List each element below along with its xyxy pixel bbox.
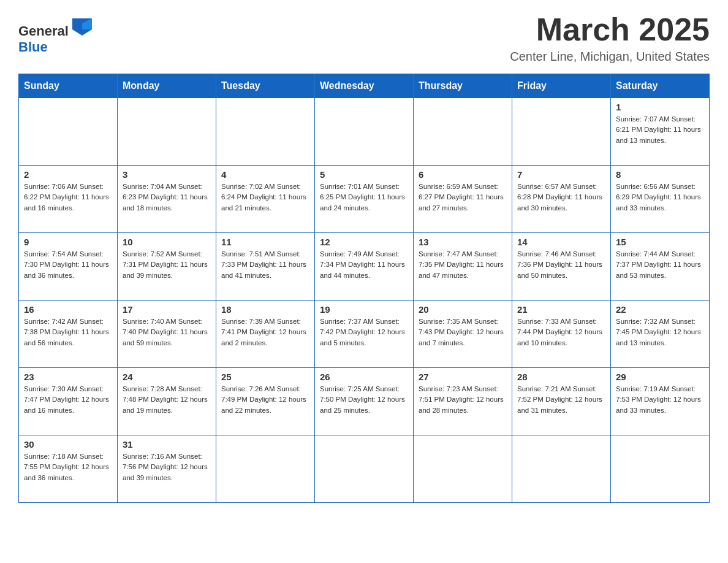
day-number: 4 bbox=[221, 169, 309, 180]
day-info: Sunrise: 7:21 AM Sunset: 7:52 PM Dayligh… bbox=[517, 384, 605, 416]
day-info: Sunrise: 7:23 AM Sunset: 7:51 PM Dayligh… bbox=[419, 384, 507, 416]
day-number: 28 bbox=[517, 372, 605, 382]
day-number: 17 bbox=[123, 304, 211, 315]
calendar-cell bbox=[315, 98, 414, 166]
day-info: Sunrise: 7:30 AM Sunset: 7:47 PM Dayligh… bbox=[24, 384, 112, 416]
day-info: Sunrise: 7:26 AM Sunset: 7:49 PM Dayligh… bbox=[221, 384, 309, 416]
calendar-cell bbox=[216, 98, 315, 166]
logo: General Blue bbox=[18, 18, 92, 55]
calendar-cell: 24Sunrise: 7:28 AM Sunset: 7:48 PM Dayli… bbox=[118, 368, 216, 435]
logo-flag-icon bbox=[72, 18, 92, 36]
calendar-cell bbox=[315, 435, 414, 503]
calendar-cell: 18Sunrise: 7:39 AM Sunset: 7:41 PM Dayli… bbox=[216, 301, 315, 368]
calendar-week-row: 9Sunrise: 7:54 AM Sunset: 7:30 PM Daylig… bbox=[19, 233, 710, 301]
weekday-header-saturday: Saturday bbox=[611, 74, 710, 98]
day-info: Sunrise: 7:06 AM Sunset: 6:22 PM Dayligh… bbox=[24, 182, 112, 213]
calendar-cell: 2Sunrise: 7:06 AM Sunset: 6:22 PM Daylig… bbox=[19, 166, 118, 233]
weekday-header-tuesday: Tuesday bbox=[216, 74, 315, 98]
day-number: 1 bbox=[616, 102, 704, 112]
day-number: 27 bbox=[419, 372, 507, 382]
calendar-cell: 9Sunrise: 7:54 AM Sunset: 7:30 PM Daylig… bbox=[19, 233, 118, 301]
day-info: Sunrise: 7:28 AM Sunset: 7:48 PM Dayligh… bbox=[123, 384, 211, 416]
calendar-cell: 10Sunrise: 7:52 AM Sunset: 7:31 PM Dayli… bbox=[118, 233, 216, 301]
day-number: 14 bbox=[517, 237, 605, 247]
day-number: 11 bbox=[221, 237, 309, 247]
calendar-cell bbox=[216, 435, 315, 503]
day-number: 9 bbox=[24, 237, 112, 247]
day-info: Sunrise: 7:25 AM Sunset: 7:50 PM Dayligh… bbox=[320, 384, 408, 416]
logo-blue: Blue bbox=[18, 39, 48, 55]
calendar-cell: 4Sunrise: 7:02 AM Sunset: 6:24 PM Daylig… bbox=[216, 166, 315, 233]
day-number: 26 bbox=[320, 372, 408, 382]
day-number: 20 bbox=[419, 304, 507, 315]
calendar-week-row: 1Sunrise: 7:07 AM Sunset: 6:21 PM Daylig… bbox=[19, 98, 710, 166]
day-number: 16 bbox=[24, 304, 112, 315]
calendar-cell bbox=[19, 98, 118, 166]
calendar-cell bbox=[414, 435, 512, 503]
calendar-cell: 6Sunrise: 6:59 AM Sunset: 6:27 PM Daylig… bbox=[414, 166, 512, 233]
day-info: Sunrise: 7:02 AM Sunset: 6:24 PM Dayligh… bbox=[221, 182, 309, 213]
day-number: 18 bbox=[221, 304, 309, 315]
calendar-cell bbox=[118, 98, 216, 166]
day-info: Sunrise: 7:19 AM Sunset: 7:53 PM Dayligh… bbox=[616, 384, 704, 416]
day-number: 7 bbox=[517, 169, 605, 180]
day-number: 15 bbox=[616, 237, 704, 247]
day-number: 24 bbox=[123, 372, 211, 382]
calendar-cell: 12Sunrise: 7:49 AM Sunset: 7:34 PM Dayli… bbox=[315, 233, 414, 301]
calendar-cell: 17Sunrise: 7:40 AM Sunset: 7:40 PM Dayli… bbox=[118, 301, 216, 368]
day-info: Sunrise: 7:35 AM Sunset: 7:43 PM Dayligh… bbox=[419, 316, 507, 348]
weekday-header-row: SundayMondayTuesdayWednesdayThursdayFrid… bbox=[19, 74, 710, 98]
day-number: 30 bbox=[24, 439, 112, 450]
calendar-week-row: 30Sunrise: 7:18 AM Sunset: 7:55 PM Dayli… bbox=[19, 435, 710, 503]
day-number: 22 bbox=[616, 304, 704, 315]
day-number: 5 bbox=[320, 169, 408, 180]
day-info: Sunrise: 7:54 AM Sunset: 7:30 PM Dayligh… bbox=[24, 249, 112, 281]
day-info: Sunrise: 7:47 AM Sunset: 7:35 PM Dayligh… bbox=[419, 249, 507, 281]
day-info: Sunrise: 7:32 AM Sunset: 7:45 PM Dayligh… bbox=[616, 316, 704, 348]
calendar-cell: 19Sunrise: 7:37 AM Sunset: 7:42 PM Dayli… bbox=[315, 301, 414, 368]
day-info: Sunrise: 7:39 AM Sunset: 7:41 PM Dayligh… bbox=[221, 316, 309, 348]
day-number: 6 bbox=[419, 169, 507, 180]
day-info: Sunrise: 6:57 AM Sunset: 6:28 PM Dayligh… bbox=[517, 182, 605, 213]
day-info: Sunrise: 7:52 AM Sunset: 7:31 PM Dayligh… bbox=[123, 249, 211, 281]
calendar-cell: 3Sunrise: 7:04 AM Sunset: 6:23 PM Daylig… bbox=[118, 166, 216, 233]
day-info: Sunrise: 7:16 AM Sunset: 7:56 PM Dayligh… bbox=[123, 451, 211, 483]
calendar-cell: 22Sunrise: 7:32 AM Sunset: 7:45 PM Dayli… bbox=[611, 301, 710, 368]
calendar-title: March 2025 bbox=[510, 12, 710, 47]
day-info: Sunrise: 7:33 AM Sunset: 7:44 PM Dayligh… bbox=[517, 316, 605, 348]
calendar-cell: 15Sunrise: 7:44 AM Sunset: 7:37 PM Dayli… bbox=[611, 233, 710, 301]
day-number: 25 bbox=[221, 372, 309, 382]
calendar-cell: 16Sunrise: 7:42 AM Sunset: 7:38 PM Dayli… bbox=[19, 301, 118, 368]
calendar-cell: 7Sunrise: 6:57 AM Sunset: 6:28 PM Daylig… bbox=[512, 166, 611, 233]
calendar-week-row: 2Sunrise: 7:06 AM Sunset: 6:22 PM Daylig… bbox=[19, 166, 710, 233]
day-number: 13 bbox=[419, 237, 507, 247]
day-info: Sunrise: 7:44 AM Sunset: 7:37 PM Dayligh… bbox=[616, 249, 704, 281]
logo-general: General bbox=[18, 23, 69, 39]
title-section: March 2025 Center Line, Michigan, United… bbox=[510, 12, 710, 64]
calendar-cell: 29Sunrise: 7:19 AM Sunset: 7:53 PM Dayli… bbox=[611, 368, 710, 435]
calendar-cell: 20Sunrise: 7:35 AM Sunset: 7:43 PM Dayli… bbox=[414, 301, 512, 368]
day-number: 2 bbox=[24, 169, 112, 180]
calendar-cell: 1Sunrise: 7:07 AM Sunset: 6:21 PM Daylig… bbox=[611, 98, 710, 166]
calendar-cell: 11Sunrise: 7:51 AM Sunset: 7:33 PM Dayli… bbox=[216, 233, 315, 301]
day-info: Sunrise: 7:01 AM Sunset: 6:25 PM Dayligh… bbox=[320, 182, 408, 213]
day-number: 23 bbox=[24, 372, 112, 382]
calendar-cell: 30Sunrise: 7:18 AM Sunset: 7:55 PM Dayli… bbox=[19, 435, 118, 503]
weekday-header-friday: Friday bbox=[512, 74, 611, 98]
day-info: Sunrise: 7:40 AM Sunset: 7:40 PM Dayligh… bbox=[123, 316, 211, 348]
calendar-cell bbox=[512, 435, 611, 503]
day-number: 19 bbox=[320, 304, 408, 315]
calendar-subtitle: Center Line, Michigan, United States bbox=[510, 50, 710, 64]
calendar-cell bbox=[512, 98, 611, 166]
calendar-cell bbox=[414, 98, 512, 166]
calendar-cell: 28Sunrise: 7:21 AM Sunset: 7:52 PM Dayli… bbox=[512, 368, 611, 435]
day-number: 3 bbox=[123, 169, 211, 180]
day-info: Sunrise: 7:18 AM Sunset: 7:55 PM Dayligh… bbox=[24, 451, 112, 483]
day-number: 29 bbox=[616, 372, 704, 382]
calendar-cell: 23Sunrise: 7:30 AM Sunset: 7:47 PM Dayli… bbox=[19, 368, 118, 435]
day-info: Sunrise: 6:56 AM Sunset: 6:29 PM Dayligh… bbox=[616, 182, 704, 213]
day-info: Sunrise: 6:59 AM Sunset: 6:27 PM Dayligh… bbox=[419, 182, 507, 213]
weekday-header-wednesday: Wednesday bbox=[315, 74, 414, 98]
calendar-table: SundayMondayTuesdayWednesdayThursdayFrid… bbox=[18, 74, 710, 503]
calendar-cell: 31Sunrise: 7:16 AM Sunset: 7:56 PM Dayli… bbox=[118, 435, 216, 503]
